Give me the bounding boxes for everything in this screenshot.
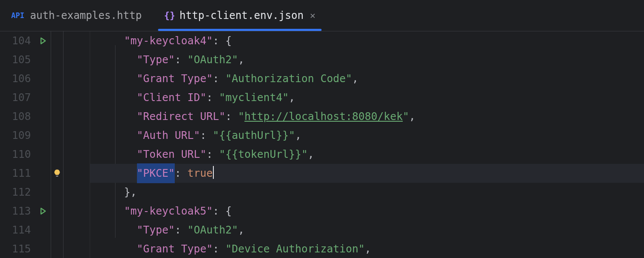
gutter-cell [51,107,63,126]
gutter-cell [51,50,63,69]
code-line[interactable]: "Redirect URL": "http://localhost:8080/k… [90,107,644,126]
fold-cell [64,164,90,183]
code-line[interactable]: "my-keycloak5": { [90,202,644,221]
close-icon[interactable]: ✕ [310,10,316,21]
fold-cell [64,145,90,164]
code-line[interactable]: "my-keycloak4": { [90,31,644,50]
line-number: 113 [4,202,31,221]
gutter-cell [51,221,63,240]
gutter-cell [51,240,63,258]
gutter-cell [51,31,63,50]
code-area[interactable]: "my-keycloak4": { "Type": "OAuth2", "Gra… [90,31,644,258]
editor: 104105106107108109110111112113114115 "my… [0,31,644,258]
fold-cell [64,126,90,145]
gutter-cell [35,88,51,107]
line-number: 109 [4,126,31,145]
code-line[interactable]: "Type": "OAuth2", [90,50,644,69]
line-number: 105 [4,50,31,69]
code-line[interactable]: }, [90,183,644,202]
line-number: 115 [4,240,31,258]
run-icon[interactable] [35,202,51,221]
tab-bar: API auth-examples.http {} http-client.en… [0,0,644,31]
gutter-cell [51,145,63,164]
code-line[interactable]: "PKCE": true [90,164,644,183]
gutter-cell [35,126,51,145]
gutter-cell [51,88,63,107]
svg-text:{}: {} [164,11,174,20]
line-number: 112 [4,183,31,202]
gutter-cell [51,126,63,145]
inspection-gutter [51,31,64,258]
fold-cell [64,240,90,258]
gutter-cell [35,107,51,126]
run-gutter [35,31,51,258]
gutter-cell [35,183,51,202]
run-icon[interactable] [35,31,51,50]
gutter-cell [35,221,51,240]
intention-bulb-icon[interactable] [51,164,63,183]
line-number-gutter: 104105106107108109110111112113114115 [0,31,35,258]
fold-cell [64,31,90,50]
line-number: 104 [4,31,31,50]
gutter-cell [51,69,63,88]
line-number: 106 [4,69,31,88]
fold-cell [64,107,90,126]
text-caret [213,166,214,179]
line-number: 107 [4,88,31,107]
gutter-cell [51,183,63,202]
fold-gutter [64,31,90,258]
svg-text:API: API [11,12,24,19]
tab-auth-examples[interactable]: API auth-examples.http [0,0,153,31]
api-file-icon: API [11,12,25,19]
line-number: 114 [4,221,31,240]
gutter-cell [35,164,51,183]
code-line[interactable]: "Grant Type": "Authorization Code", [90,69,644,88]
code-line[interactable]: "Grant Type": "Device Authorization", [90,240,644,258]
json-file-icon: {} [164,11,174,20]
fold-cell [64,88,90,107]
tab-http-client-env[interactable]: {} http-client.env.json ✕ [153,0,327,31]
gutter-cell [35,240,51,258]
fold-cell [64,202,90,221]
fold-cell [64,69,90,88]
code-line[interactable]: "Auth URL": "{{authUrl}}", [90,126,644,145]
line-number: 111 [4,164,31,183]
fold-cell [64,50,90,69]
tab-title: auth-examples.http [30,9,142,22]
gutter-cell [35,50,51,69]
fold-cell [64,221,90,240]
fold-cell [64,183,90,202]
line-number: 108 [4,107,31,126]
gutter-cell [35,145,51,164]
code-line[interactable]: "Client ID": "myclient4", [90,88,644,107]
code-line[interactable]: "Token URL": "{{tokenUrl}}", [90,145,644,164]
code-line[interactable]: "Type": "OAuth2", [90,221,644,240]
line-number: 110 [4,145,31,164]
gutter-cell [35,69,51,88]
tab-title: http-client.env.json [179,9,304,22]
gutter-cell [51,202,63,221]
svg-rect-2 [56,176,58,177]
